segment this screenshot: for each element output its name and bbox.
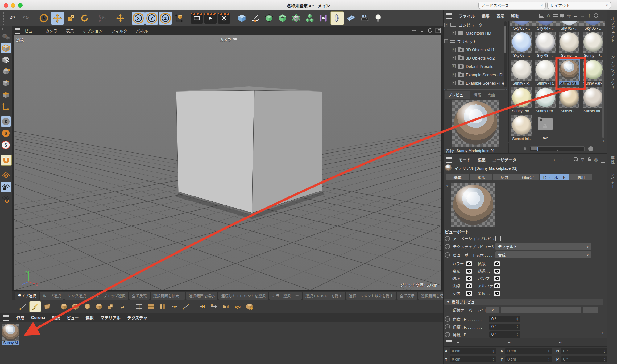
viewport-display-select[interactable]: 合成∨ [495,251,591,258]
slide-tool[interactable] [180,301,192,312]
render-settings-button[interactable] [217,12,230,25]
viewport-menu-options[interactable]: オプション [83,28,103,34]
loop-selection-button[interactable]: ループ選択 [40,292,64,300]
material-menu-material[interactable]: マテリアル [101,315,121,321]
thumbnail-item[interactable]: Sunny - P.. [510,60,533,86]
viewport-menu-view[interactable]: ビュー [25,28,37,34]
tab-content-browser[interactable]: コンテンツブラウザ [610,51,615,90]
displacement-eye-toggle[interactable] [494,291,500,296]
add-spline-button[interactable] [249,12,262,25]
points-mode-button[interactable] [1,66,11,77]
spinner-icon[interactable]: ∧∨ [604,358,605,361]
nodespace-select[interactable]: ノードスペース∨ [478,2,546,9]
material-menu-corona[interactable]: Corona [31,315,45,320]
animation-preview-checkbox[interactable] [495,236,501,241]
move-tool[interactable] [51,12,64,25]
expand-toggle[interactable]: + [452,64,456,68]
browser-menu-move[interactable]: 移動 [511,13,519,19]
tree-vertical-scrollbar[interactable] [504,21,507,87]
alpha-eye-toggle[interactable] [494,283,500,288]
live-selection-button[interactable]: ライブ選択 [15,292,39,300]
up-icon[interactable]: ↑ [586,13,593,19]
spinner-icon[interactable]: ∧∨ [516,333,518,336]
thumbnail-item[interactable]: Sky 03 - .. [510,21,533,31]
tab-luminance[interactable]: 発光 [470,174,492,180]
normal-eye-toggle[interactable] [466,283,472,288]
viewport-solo-single-button[interactable]: S [1,128,11,139]
browser-menu-view[interactable]: 表示 [496,13,504,19]
search-icon[interactable] [572,157,579,162]
thumbnail-item[interactable]: Sky 04 - .. [533,21,557,31]
viewport-menu-display[interactable]: 表示 [66,28,74,34]
spinner-icon[interactable]: ∧∨ [604,349,605,353]
add-deformer-button[interactable] [317,12,330,25]
tab-reflectance[interactable]: 反射 [493,174,516,180]
array-tool[interactable] [209,301,220,312]
tab-viewport[interactable]: ビューポート [540,174,569,180]
luminance-eye-toggle[interactable] [466,269,472,274]
row-grip[interactable] [13,303,15,310]
filter-settings-icon[interactable] [552,13,559,19]
lock-y-axis-button[interactable]: Y [145,12,158,25]
viewport-canvas[interactable]: 透視 カメラ グリッド間隔 : 50 cm Y X Z [14,35,442,291]
home-icon[interactable]: ⌂ [545,13,552,19]
favorites-star-icon[interactable]: ☆ [565,13,572,19]
transparency-eye-toggle[interactable] [494,269,500,274]
bump-eye-toggle[interactable] [494,276,500,281]
mirror-tool[interactable] [221,301,232,312]
weld-tool[interactable] [169,301,180,312]
attribute-menu-userdata[interactable]: ユーザデータ [492,157,516,163]
material-manager-body[interactable]: Sunny M [0,322,443,364]
tree-item-3d-objects-vol2[interactable]: + 3D Objects Vol2 [444,54,508,62]
dolly-view-icon[interactable] [419,28,425,33]
thumbnail-item[interactable]: Sunny Par.. [510,87,533,114]
tab-objects[interactable]: オブジェクト [610,17,615,43]
invert-all-button[interactable]: 全て反転 [129,292,150,300]
toolbar-grip[interactable] [1,11,4,25]
back-icon[interactable]: ← [552,157,559,162]
record-icon[interactable]: ◎ [593,157,599,162]
spinner-icon[interactable]: ∧∨ [492,358,494,361]
filter-funnel-icon[interactable]: ▽ [579,157,586,162]
spinner-icon[interactable]: ∧∨ [516,325,518,329]
clone-tool[interactable] [244,301,255,312]
layout-select[interactable]: レイアウト∨ [547,2,611,9]
forward-icon[interactable]: → [579,13,586,19]
extrude-tool[interactable] [58,301,69,312]
tree-item-presets[interactable]: - プリセット [444,37,508,46]
add-environment-button[interactable] [330,11,344,25]
hide-unselected-button[interactable]: 選択エレメント以外を隠す [346,292,396,300]
expand-toggle[interactable]: - [444,39,448,43]
angle-h-input[interactable]: 0 °∧∨ [489,316,520,322]
tree-item-3d-objects-vol1[interactable]: + 3D Objects Vol1 [444,46,508,54]
lock-icon[interactable] [586,157,593,162]
coord-y-position-input[interactable]: 0 cm∧∨ [450,356,496,362]
thumbnail-item[interactable]: Sunny - .. [557,32,581,59]
material-menu-icon[interactable] [3,315,9,321]
coord-x-scale-input[interactable]: 0 cm∧∨ [505,348,552,354]
thumbnails-scrollbar[interactable] [602,70,604,138]
tree-item-example-scenes-dis[interactable]: + Example Scenes - Di [444,71,508,79]
edges-mode-button[interactable] [1,78,11,89]
angle-p-input[interactable]: 0 °∧∨ [489,324,520,330]
psr-tool[interactable]: PSR ↻ [96,12,109,25]
add-camera-button[interactable] [358,12,371,25]
tab-gi[interactable]: GI設定 [516,174,539,180]
zoom-out-dot-icon[interactable] [524,147,526,150]
back-icon[interactable]: ← [572,13,579,19]
material-item[interactable]: Sunny M [2,324,19,345]
attribute-menu-edit[interactable]: 編集 [478,157,486,163]
browser-menu-icon[interactable] [446,13,452,19]
undo-button[interactable]: ↶ [6,12,19,25]
tree-item-macintosh-hd[interactable]: + Macintosh HD [444,29,508,37]
render-view-button[interactable] [190,12,203,25]
env-override-field[interactable] [501,307,581,313]
thumbnail-item[interactable]: Sunset Inl.. [510,115,533,142]
thumbnail-item[interactable]: Sky 05 - .. [557,21,581,31]
render-to-picture-viewer-button[interactable] [204,12,217,25]
browser-menu-edit[interactable]: 編集 [482,13,490,19]
smooth-shift-tool[interactable] [93,301,105,312]
matrix-extrude-tool[interactable] [105,301,116,312]
material-menu-texture[interactable]: テクスチャ [127,315,147,321]
ring-selection-button[interactable]: リング選択 [64,292,89,300]
